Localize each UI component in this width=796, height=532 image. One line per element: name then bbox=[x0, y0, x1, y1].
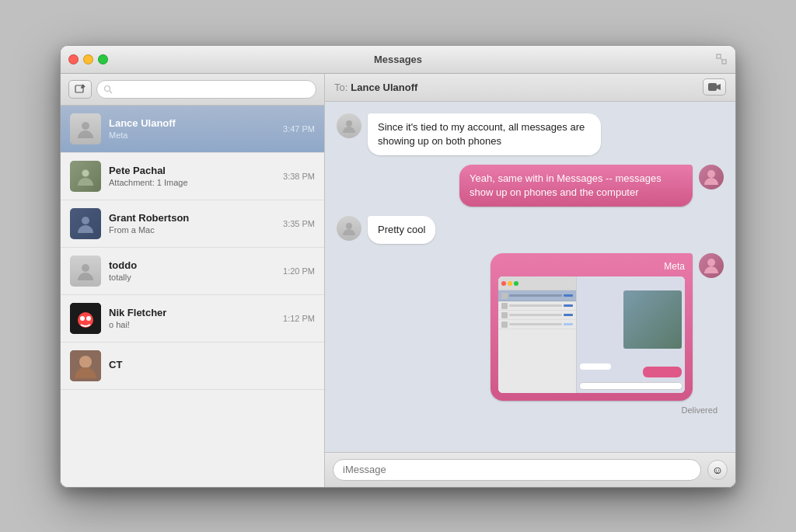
search-input[interactable] bbox=[116, 84, 309, 95]
chat-area: To: Lance Ulanoff bbox=[325, 74, 735, 487]
bubble-text-1: Since it's tied to my account, all messa… bbox=[378, 121, 585, 147]
conv-time-toddo: 1:20 PM bbox=[283, 266, 315, 276]
minimize-button[interactable] bbox=[83, 54, 93, 64]
message-row-2: Yeah, same with in Messages -- messages … bbox=[337, 165, 724, 207]
emoji-button[interactable]: ☺ bbox=[707, 460, 728, 480]
svg-point-15 bbox=[80, 316, 85, 321]
msg-avatar-outgoing-2 bbox=[699, 165, 724, 190]
svg-point-12 bbox=[82, 264, 89, 272]
main-content: Lance Ulanoff Meta 3:47 PM bbox=[61, 74, 735, 487]
conv-time-grant: 3:35 PM bbox=[283, 219, 315, 228]
svg-line-7 bbox=[110, 91, 112, 93]
conversation-item-ct[interactable]: CT bbox=[61, 342, 324, 390]
conversation-item-pete[interactable]: Pete Pachal Attachment: 1 Image 3:38 PM bbox=[61, 153, 324, 200]
window-title: Messages bbox=[374, 54, 422, 65]
conv-preview-pete: Attachment: 1 Image bbox=[109, 178, 275, 187]
svg-point-23 bbox=[707, 259, 715, 266]
conv-preview-toddo: totally bbox=[109, 273, 275, 282]
svg-point-11 bbox=[82, 217, 89, 224]
conversation-item-lance[interactable]: Lance Ulanoff Meta 3:47 PM bbox=[61, 106, 324, 153]
conv-preview-nik: o hai! bbox=[109, 320, 275, 329]
bubble-incoming-3: Pretty cool bbox=[368, 216, 435, 244]
svg-point-16 bbox=[86, 316, 91, 321]
to-label: To: bbox=[334, 82, 347, 93]
screenshot-bubble: Meta bbox=[491, 253, 693, 401]
conv-info-grant: Grant Robertson From a Mac bbox=[109, 212, 275, 235]
video-icon bbox=[707, 82, 721, 92]
sidebar-toolbar bbox=[61, 74, 324, 106]
compose-button[interactable] bbox=[68, 80, 92, 99]
bubble-text-2: Yeah, same with in Messages -- messages … bbox=[470, 172, 662, 198]
conversation-list: Lance Ulanoff Meta 3:47 PM bbox=[61, 106, 324, 487]
conversation-item-nik[interactable]: Nik Fletcher o hai! 1:12 PM bbox=[61, 295, 324, 342]
avatar-lance bbox=[70, 113, 101, 144]
screenshot-frame bbox=[498, 276, 685, 393]
avatar-nik bbox=[70, 303, 101, 334]
svg-rect-0 bbox=[717, 54, 721, 58]
msg-avatar-incoming-3 bbox=[337, 216, 361, 241]
bubble-text-3: Pretty cool bbox=[378, 224, 425, 235]
conv-time-pete: 3:38 PM bbox=[283, 172, 315, 181]
conv-name-ct: CT bbox=[109, 359, 307, 370]
search-box bbox=[96, 80, 316, 99]
chat-recipient: Lance Ulanoff bbox=[351, 82, 417, 93]
msg-avatar-incoming-1 bbox=[337, 113, 361, 138]
close-button[interactable] bbox=[68, 54, 79, 64]
delivered-label: Delivered bbox=[337, 405, 717, 415]
conv-info-toddo: toddo totally bbox=[109, 259, 275, 282]
conv-info-lance: Lance Ulanoff Meta bbox=[109, 117, 275, 140]
conv-preview-grant: From a Mac bbox=[109, 225, 275, 235]
svg-point-18 bbox=[79, 356, 92, 368]
messages-container: Since it's tied to my account, all messa… bbox=[325, 102, 735, 452]
bubble-outgoing-2: Yeah, same with in Messages -- messages … bbox=[459, 165, 693, 207]
conv-name-pete: Pete Pachal bbox=[109, 165, 275, 176]
avatar-pete bbox=[70, 161, 101, 192]
titlebar: Messages bbox=[61, 46, 735, 74]
search-icon bbox=[103, 85, 113, 94]
svg-rect-19 bbox=[708, 83, 717, 91]
emoji-icon: ☺ bbox=[712, 464, 723, 476]
message-input[interactable] bbox=[333, 459, 701, 481]
conv-info-ct: CT bbox=[109, 359, 307, 372]
conversation-item-grant[interactable]: Grant Robertson From a Mac 3:35 PM bbox=[61, 200, 324, 248]
message-row-3: Pretty cool bbox=[337, 216, 724, 244]
conv-name-toddo: toddo bbox=[109, 259, 275, 271]
conv-time-nik: 1:12 PM bbox=[283, 314, 315, 323]
message-row-1: Since it's tied to my account, all messa… bbox=[337, 113, 724, 155]
avatar-grant bbox=[70, 208, 101, 239]
svg-point-20 bbox=[346, 120, 352, 127]
avatar-ct bbox=[70, 350, 101, 381]
svg-point-8 bbox=[82, 122, 89, 130]
avatar-toddo bbox=[70, 256, 101, 287]
message-row-4: Meta bbox=[337, 253, 724, 401]
chat-header: To: Lance Ulanoff bbox=[325, 74, 735, 102]
conv-name-lance: Lance Ulanoff bbox=[109, 117, 275, 129]
svg-point-10 bbox=[82, 170, 89, 176]
expand-icon[interactable] bbox=[715, 53, 728, 65]
window-controls bbox=[68, 54, 108, 64]
bubble-incoming-1: Since it's tied to my account, all messa… bbox=[368, 113, 601, 155]
conv-info-pete: Pete Pachal Attachment: 1 Image bbox=[109, 165, 275, 187]
svg-point-21 bbox=[707, 170, 715, 178]
facetime-button[interactable] bbox=[703, 78, 726, 96]
screenshot-label: Meta bbox=[498, 261, 685, 272]
sidebar: Lance Ulanoff Meta 3:47 PM bbox=[61, 74, 325, 487]
svg-rect-1 bbox=[722, 60, 726, 64]
conv-name-grant: Grant Robertson bbox=[109, 212, 275, 224]
conv-preview-lance: Meta bbox=[109, 130, 275, 140]
svg-point-6 bbox=[105, 85, 110, 91]
msg-avatar-outgoing-4 bbox=[699, 253, 724, 278]
conv-info-nik: Nik Fletcher o hai! bbox=[109, 307, 275, 329]
conv-time-lance: 3:47 PM bbox=[283, 124, 315, 134]
main-window: Messages bbox=[60, 45, 736, 488]
svg-line-2 bbox=[721, 58, 722, 60]
chat-input-area: ☺ bbox=[325, 452, 735, 487]
svg-point-22 bbox=[346, 223, 352, 229]
conv-name-nik: Nik Fletcher bbox=[109, 307, 275, 318]
maximize-button[interactable] bbox=[98, 54, 108, 64]
conversation-item-toddo[interactable]: toddo totally 1:20 PM bbox=[61, 248, 324, 295]
